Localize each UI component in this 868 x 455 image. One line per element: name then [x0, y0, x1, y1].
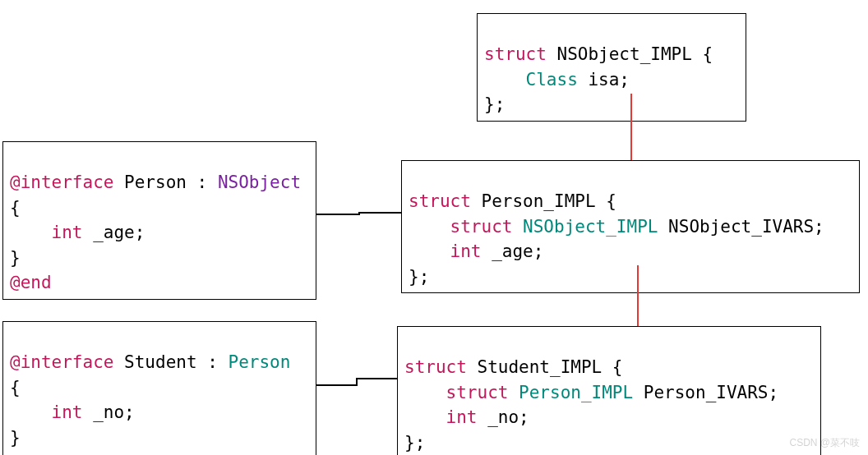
field-no: _no; [83, 402, 135, 422]
close-brace: } [10, 428, 21, 448]
indent [409, 217, 450, 237]
struct-keyword: struct [446, 383, 509, 402]
connector-student-h1 [316, 384, 356, 386]
indent [404, 407, 446, 427]
interface-keyword: @interface [10, 352, 113, 372]
close-brace: }; [484, 94, 505, 114]
person-impl-type: Person_IMPL [508, 383, 633, 402]
redline-nsobject-to-person [630, 94, 632, 160]
watermark: CSDN @菜不吱 [789, 436, 860, 450]
interface-name: Student : [113, 352, 228, 372]
connector-student-v [356, 378, 358, 386]
field-person-ivars: Person_IVARS; [633, 383, 778, 402]
open-brace: { [10, 198, 21, 218]
close-brace: }; [404, 433, 425, 453]
int-type: int [450, 241, 482, 261]
field-age: _age; [482, 241, 544, 261]
struct-keyword: struct [409, 191, 471, 211]
class-type: Class [526, 70, 578, 90]
indent [404, 383, 446, 402]
struct-name: Person_IMPL { [471, 191, 616, 211]
indent [10, 402, 52, 422]
indent [409, 241, 450, 261]
field-age: _age; [83, 223, 145, 242]
field-nsobject-ivars: NSObject_IVARS; [658, 217, 824, 237]
open-brace: { [10, 378, 21, 398]
field-no: _no; [478, 407, 529, 427]
close-brace: }; [409, 267, 429, 287]
person-impl-box: struct Person_IMPL { struct NSObject_IMP… [401, 160, 860, 293]
field-isa: isa; [578, 70, 630, 90]
int-type: int [52, 223, 83, 242]
close-brace: } [10, 248, 21, 268]
connector-person-h1 [316, 214, 358, 215]
indent [484, 70, 526, 90]
connector-student-h2 [356, 378, 397, 379]
interface-name: Person : [113, 172, 217, 192]
int-type: int [446, 407, 478, 427]
struct-name: NSObject_IMPL { [547, 44, 713, 64]
struct-name: Student_IMPL { [467, 357, 623, 377]
struct-keyword: struct [484, 44, 547, 64]
nsobject-impl-type: NSObject_IMPL [512, 217, 658, 237]
struct-keyword: struct [404, 357, 467, 377]
super-nsobject: NSObject [218, 172, 301, 192]
int-type: int [52, 402, 83, 422]
connector-person-h2 [358, 212, 401, 214]
nsobject-impl-box: struct NSObject_IMPL { Class isa; }; [477, 13, 746, 122]
redline-person-to-student [637, 265, 639, 326]
super-person: Person [229, 352, 291, 372]
interface-keyword: @interface [10, 172, 113, 192]
indent [10, 223, 52, 242]
student-impl-box: struct Student_IMPL { struct Person_IMPL… [397, 326, 821, 455]
struct-keyword: struct [450, 217, 513, 237]
person-interface-box: @interface Person : NSObject { int _age;… [2, 141, 316, 300]
end-keyword: @end [10, 273, 52, 292]
student-interface-box: @interface Student : Person { int _no; }… [2, 321, 316, 455]
